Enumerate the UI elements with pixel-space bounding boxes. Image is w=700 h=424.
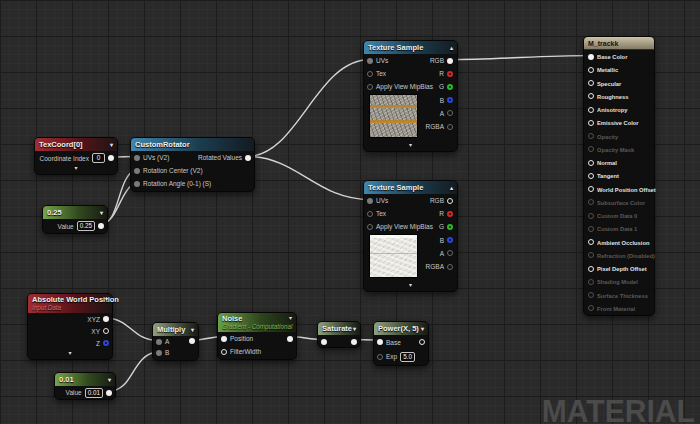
input-pin-uvs[interactable] [134,155,140,161]
input-pin-world-position-offset[interactable] [588,186,594,192]
material-pin-row[interactable]: World Position Offset [584,183,654,196]
chevron-down-icon[interactable]: ▾ [108,377,111,383]
expand-chevron-icon[interactable]: ▾ [364,281,457,290]
output-pin-g[interactable] [447,84,453,90]
output-pin-rgb[interactable] [447,198,453,204]
material-pin-row: Custom Data 1 [584,222,654,235]
output-pin-g[interactable] [447,224,453,230]
input-pin-emissive-color[interactable] [588,120,594,126]
wire-rotator-to-texsample2-uvs[interactable] [247,157,370,200]
wire-rotator-to-texsample1-uvs[interactable] [247,60,370,157]
node-saturate[interactable]: Saturate ▾ [317,321,361,348]
chevron-down-icon[interactable]: ▾ [289,315,292,321]
input-pin-position[interactable] [221,336,227,342]
graph-canvas[interactable]: TexCoord[0] ▾ Coordinate Index 0 ▾ Custo… [0,0,700,424]
material-pin-row[interactable]: Anisotropy [584,103,654,116]
output-pin-rgba[interactable] [447,124,453,130]
input-pin-mipbias[interactable] [367,84,373,90]
output-pin-rgb[interactable] [447,58,453,64]
input-pin[interactable] [321,339,327,345]
material-pin-row[interactable]: Specular [584,77,654,90]
node-material-result[interactable]: M_trackk Base Color Metallic Specular Ro… [583,36,655,316]
output-pin[interactable] [351,339,357,345]
chevron-down-icon[interactable]: ▾ [110,142,113,148]
material-pin-row[interactable]: Base Color [584,50,654,63]
node-noise[interactable]: Noise Gradient - Computational ▾ Positio… [217,312,297,360]
input-pin-base[interactable] [377,339,383,345]
input-pin-specular[interactable] [588,80,594,86]
chevron-down-icon[interactable]: ▾ [353,326,356,332]
input-pin-a[interactable] [156,339,162,345]
expand-chevron-icon[interactable]: ▾ [28,349,112,358]
output-pin-rgba[interactable] [447,264,453,270]
output-pin-r[interactable] [447,71,453,77]
node-texture-sample-2[interactable]: Texture Sample ▴ UVs Tex Apply View MipB… [363,180,458,292]
node-title: Texture Sample [368,183,423,192]
node-custom-rotator[interactable]: CustomRotator UVs (V2) Rotated Values Ro… [130,137,255,192]
value-input[interactable]: 0.25 [77,221,95,231]
input-pin-tex[interactable] [367,211,373,217]
chevron-down-icon[interactable]: ▾ [191,327,194,333]
input-pin-filterwidth[interactable] [221,349,227,355]
node-texture-sample-1[interactable]: Texture Sample ▴ UVs Tex Apply View MipB… [363,40,458,152]
material-pin-row[interactable]: Ambient Occlusion [584,236,654,249]
input-pin-b[interactable] [156,350,162,356]
expand-chevron-icon[interactable]: ▾ [364,141,457,150]
node-absolute-world-position[interactable]: Absolute World Position Input Data ▾ XYZ… [27,293,113,360]
node-texcoord[interactable]: TexCoord[0] ▾ Coordinate Index 0 ▾ [34,137,118,175]
output-pin[interactable] [98,223,104,229]
output-pin-rotated-values[interactable] [245,155,251,161]
input-pin-rotation-angle[interactable] [134,181,140,187]
chevron-down-icon[interactable]: ▾ [105,296,108,302]
output-row: RGBA [422,260,457,273]
input-pin-rotation-center[interactable] [134,168,140,174]
material-pin-row[interactable]: Normal [584,156,654,169]
wire-const001-to-multiply-b[interactable] [109,352,158,392]
wire-texsample1-rgb-to-basecolor[interactable] [449,56,589,60]
material-pin-row[interactable]: Metallic [584,63,654,76]
chevron-up-icon[interactable]: ▴ [450,185,453,191]
input-pin-tangent[interactable] [588,173,594,179]
output-pin-a[interactable] [447,250,453,256]
chevron-up-icon[interactable]: ▴ [450,45,453,51]
material-pin-row[interactable]: Roughness [584,90,654,103]
output-pin[interactable] [189,338,195,344]
output-pin[interactable] [106,390,112,396]
output-pin-xyz[interactable] [103,316,109,322]
input-pin-base-color[interactable] [588,54,594,60]
input-pin-exp[interactable] [377,354,383,360]
input-pin-roughness[interactable] [588,93,594,99]
material-pin-row[interactable]: Pixel Depth Offset [584,262,654,275]
node-constant-025[interactable]: 0.25 ▾ Value 0.25 [42,205,108,234]
exp-value-input[interactable]: 5.0 [400,352,415,362]
node-constant-001[interactable]: 0.01 ▾ Value 0.01 [54,372,116,400]
input-pin-normal[interactable] [588,160,594,166]
output-pin-xy[interactable] [103,328,109,334]
input-pin-uvs[interactable] [367,58,373,64]
chevron-down-icon[interactable]: ▾ [100,210,103,216]
node-power[interactable]: Power(X, 5) ▾ Base Exp 5.0 [373,321,429,366]
output-pin-b[interactable] [447,97,453,103]
input-pin-metallic[interactable] [588,67,594,73]
input-pin-ambient-occlusion[interactable] [588,239,594,245]
node-multiply[interactable]: Multiply ▾ A B [152,322,199,361]
input-pin-surface-thickness [588,292,594,298]
output-pin-a[interactable] [447,110,453,116]
input-pin-mipbias[interactable] [367,224,373,230]
output-pin-b[interactable] [447,237,453,243]
output-pin-z[interactable] [103,340,109,346]
input-pin-uvs[interactable] [367,198,373,204]
material-pin-row[interactable]: Tangent [584,169,654,182]
output-pin[interactable] [287,336,293,342]
chevron-down-icon[interactable]: ▾ [421,326,424,332]
input-pin-tex[interactable] [367,71,373,77]
output-pin[interactable] [419,339,425,345]
output-pin-r[interactable] [447,211,453,217]
coordinate-index-input[interactable]: 0 [92,153,105,163]
expand-chevron-icon[interactable]: ▾ [35,164,117,173]
input-pin-pixel-depth-offset[interactable] [588,266,594,272]
material-pin-row[interactable]: Emissive Color [584,116,654,129]
value-input[interactable]: 0.01 [85,388,103,398]
input-pin-anisotropy[interactable] [588,107,594,113]
output-pin[interactable] [108,155,114,161]
